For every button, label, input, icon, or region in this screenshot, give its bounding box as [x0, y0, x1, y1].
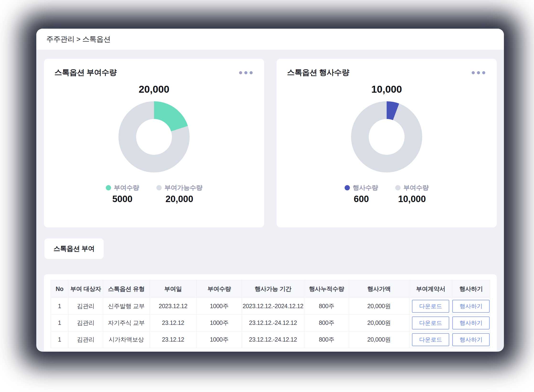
legend-label: 부여가능수량	[165, 183, 203, 192]
cell-grantee: 김관리	[68, 298, 103, 315]
download-contract-button[interactable]: 다운로드	[412, 333, 449, 346]
card-exercised-quantity: 스톡옵션 행사수량 10,000 행사수량 600	[277, 59, 497, 227]
col-header-no: No	[51, 280, 69, 298]
legend-label: 부여수량	[114, 183, 139, 192]
cell-exercise-price: 20,000원	[349, 331, 409, 348]
content-area: 스톡옵션 부여수량 20,000 부여수량 5000	[36, 50, 504, 352]
cell-grant-date: 2023.12.12	[150, 298, 197, 315]
exercise-button[interactable]: 행사하기	[452, 317, 490, 329]
card-header: 스톡옵션 부여수량	[54, 67, 254, 78]
ellipsis-menu-icon[interactable]	[471, 69, 486, 76]
card-granted-quantity: 스톡옵션 부여수량 20,000 부여수량 5000	[44, 59, 264, 227]
col-header-exercise-period: 행사가능 기간	[242, 280, 304, 298]
cell-grant-date: 23.12.12	[150, 331, 197, 348]
cell-exercise-price: 20,000원	[349, 315, 409, 331]
legend-dot-icon	[156, 185, 162, 190]
legend-value: 20,000	[156, 194, 203, 204]
donut-wrap	[287, 101, 486, 172]
app-panel: 주주관리 > 스톡옵션 스톡옵션 부여수량 20,000 부여수량	[36, 29, 504, 352]
donut-chart-exercised	[351, 101, 422, 172]
cell-grantee: 김관리	[68, 315, 103, 331]
cell-option-type: 자기주식 교부	[103, 315, 150, 331]
table-header-row: No 부여 대상자 스톡옵션 유형 부여일 부여수량 행사가능 기간 행사누적수…	[51, 280, 490, 298]
stock-option-table-card: No 부여 대상자 스톡옵션 유형 부여일 부여수량 행사가능 기간 행사누적수…	[44, 274, 497, 352]
legend-label: 부여수량	[403, 183, 429, 192]
legend-dot-icon	[345, 185, 350, 190]
col-header-exercise: 행사하기	[452, 280, 490, 298]
chart-cards-row: 스톡옵션 부여수량 20,000 부여수량 5000	[44, 59, 497, 227]
cell-no: 1	[51, 298, 69, 315]
col-header-contract: 부여계약서	[409, 280, 452, 298]
cell-grantee: 김관리	[68, 331, 103, 348]
cell-exercise-period: 23.12.12.-24.12.12	[242, 331, 304, 348]
legend-label: 행사수량	[353, 183, 378, 192]
cell-cumulative-qty: 800주	[304, 331, 349, 348]
cell-grant-qty: 1000주	[197, 331, 242, 348]
cell-exercise-price: 20,000원	[349, 298, 409, 315]
cell-option-type: 시가차액보상	[103, 331, 150, 348]
exercise-button[interactable]: 행사하기	[452, 300, 490, 313]
breadcrumb-bar: 주주관리 > 스톡옵션	[36, 29, 504, 50]
col-header-grant-date: 부여일	[150, 280, 197, 298]
cell-exercise-period: 2023.12.12.-2024.12.12	[242, 298, 304, 315]
cell-exercise-period: 23.12.12.-24.12.12	[242, 315, 304, 331]
cell-cumulative-qty: 800주	[304, 315, 349, 331]
table-row: 1 김관리 시가차액보상 23.12.12 1000주 23.12.12.-24…	[51, 331, 490, 348]
legend-value: 600	[345, 194, 378, 204]
table-row: 1 김관리 자기주식 교부 23.12.12 1000주 23.12.12.-2…	[51, 315, 490, 331]
donut-total-value: 20,000	[54, 84, 254, 95]
donut-wrap	[54, 101, 254, 172]
card-header: 스톡옵션 행사수량	[287, 67, 486, 78]
cell-option-type: 신주발행 교부	[103, 298, 150, 315]
cell-grant-qty: 1000주	[197, 298, 242, 315]
stock-option-table: No 부여 대상자 스톡옵션 유형 부여일 부여수량 행사가능 기간 행사누적수…	[51, 280, 490, 348]
legend-row: 부여수량 5000 부여가능수량 20,000	[54, 183, 254, 204]
legend-value: 10,000	[395, 194, 429, 204]
cell-grant-qty: 1000주	[197, 315, 242, 331]
legend-item: 부여가능수량 20,000	[156, 183, 203, 204]
col-header-grant-qty: 부여수량	[197, 280, 242, 298]
legend-item: 부여수량 5000	[106, 183, 139, 204]
table-row: 1 김관리 신주발행 교부 2023.12.12 1000주 2023.12.1…	[51, 298, 490, 315]
col-header-option-type: 스톡옵션 유형	[103, 280, 150, 298]
cell-cumulative-qty: 800주	[304, 298, 349, 315]
breadcrumb[interactable]: 주주관리 > 스톡옵션	[46, 34, 111, 44]
cell-grant-date: 23.12.12	[150, 315, 197, 331]
cell-no: 1	[51, 315, 69, 331]
legend-dot-icon	[106, 185, 111, 190]
ellipsis-menu-icon[interactable]	[238, 69, 254, 76]
grant-stock-option-button[interactable]: 스톡옵션 부여	[44, 238, 104, 259]
col-header-exercise-price: 행사가액	[349, 280, 409, 298]
donut-chart-granted	[118, 101, 190, 172]
legend-dot-icon	[395, 185, 400, 190]
legend-value: 5000	[106, 194, 139, 204]
exercise-button[interactable]: 행사하기	[452, 333, 490, 346]
download-contract-button[interactable]: 다운로드	[412, 317, 449, 329]
card-title: 스톡옵션 부여수량	[54, 67, 117, 78]
legend-item: 행사수량 600	[345, 183, 378, 204]
col-header-grantee: 부여 대상자	[68, 280, 103, 298]
download-contract-button[interactable]: 다운로드	[412, 300, 449, 313]
col-header-cumulative-qty: 행사누적수량	[304, 280, 349, 298]
legend-item: 부여수량 10,000	[395, 183, 429, 204]
donut-total-value: 10,000	[287, 84, 486, 95]
cell-no: 1	[51, 331, 69, 348]
card-title: 스톡옵션 행사수량	[287, 67, 349, 78]
legend-row: 행사수량 600 부여수량 10,000	[287, 183, 486, 204]
